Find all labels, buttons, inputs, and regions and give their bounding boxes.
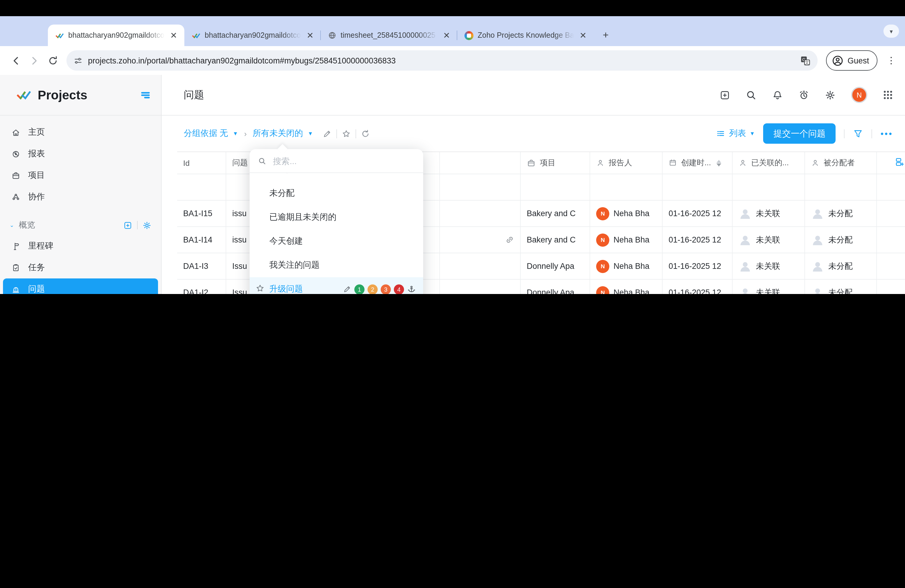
breadcrumb-separator: › — [244, 129, 247, 138]
unassigned-avatar-icon — [811, 207, 824, 220]
caret-down-icon: ▼ — [750, 131, 755, 136]
user-avatar[interactable]: N — [851, 87, 867, 103]
favorite-star-icon[interactable] — [342, 129, 351, 138]
overview-list: 里程碑任务问题工时表 — [0, 235, 161, 294]
severity-badge[interactable]: 4 — [394, 284, 404, 294]
severity-badge[interactable]: 3 — [381, 284, 391, 294]
table-header-cell[interactable] — [440, 152, 521, 174]
issue-project[interactable]: Donnelly Apa — [521, 253, 590, 279]
issue-id[interactable]: DA1-I2 — [177, 280, 226, 294]
table-header-cell[interactable] — [877, 152, 905, 174]
dropdown-view-item[interactable]: 已逾期且未关闭的 — [249, 205, 423, 229]
table-header-cell[interactable]: Id — [177, 152, 226, 174]
sidebar-item-tasks[interactable]: 任务 — [3, 257, 158, 278]
table-header-cell[interactable]: 被分配者 — [805, 152, 877, 174]
address-bar[interactable]: projects.zoho.in/portal/bhattacharyan902… — [67, 50, 818, 71]
site-settings-icon[interactable] — [74, 56, 83, 65]
refresh-icon[interactable] — [361, 129, 370, 138]
issue-assignee[interactable]: 未分配 — [805, 200, 877, 226]
dropdown-view-item[interactable]: 今天创建 — [249, 229, 423, 253]
group-by-button[interactable]: 分组依据 无 — [184, 128, 228, 139]
sidebar-nav-reports[interactable]: 报表 — [3, 143, 158, 165]
more-options-icon[interactable]: ••• — [881, 129, 893, 138]
forward-icon[interactable] — [29, 56, 40, 65]
dropdown-view-item[interactable]: 未分配 — [249, 181, 423, 205]
browser-tab[interactable]: timesheet_25845100000025 ✕ — [321, 25, 457, 46]
tab-close-icon[interactable]: ✕ — [442, 30, 451, 40]
notifications-bell-icon[interactable] — [772, 89, 783, 100]
issue-project[interactable]: Bakery and C — [521, 227, 590, 253]
issue-reporter[interactable]: NNeha Bha — [590, 227, 663, 253]
tab-close-icon[interactable]: ✕ — [306, 30, 315, 40]
add-view-icon[interactable] — [123, 221, 132, 230]
sort-icon[interactable] — [716, 160, 721, 166]
new-tab-button[interactable]: + — [597, 27, 614, 44]
overview-section-header[interactable]: ⌄ 概览 — [0, 215, 161, 235]
star-icon[interactable] — [256, 284, 265, 294]
issue-reporter[interactable]: NNeha Bha — [590, 200, 663, 226]
search-icon[interactable] — [746, 89, 757, 100]
sidebar-collapse-icon[interactable] — [140, 89, 151, 101]
issue-linked[interactable]: 未关联 — [733, 280, 805, 294]
tab-close-icon[interactable]: ✕ — [578, 30, 588, 40]
macos-top-bar — [0, 0, 905, 16]
browser-tab[interactable]: bhattacharyan902gmaildotco ✕ — [184, 25, 321, 46]
list-view-icon — [716, 129, 726, 138]
browser-tab[interactable]: Zoho Projects Knowledge Bas ✕ — [457, 25, 594, 46]
table-header-cell[interactable]: 报告人 — [590, 152, 663, 174]
issue-reporter[interactable]: NNeha Bha — [590, 253, 663, 279]
issue-project[interactable]: Bakery and C — [521, 200, 590, 226]
collab-icon — [11, 192, 21, 202]
severity-badge[interactable]: 1 — [354, 284, 365, 294]
page-title: 问题 — [184, 88, 719, 102]
column-briefcase-icon — [527, 158, 536, 167]
issue-project[interactable]: Donnelly Apa — [521, 280, 590, 294]
issue-assignee[interactable]: 未分配 — [805, 227, 877, 253]
reload-icon[interactable] — [48, 56, 58, 65]
table-header-cell[interactable]: 创建时... — [663, 152, 733, 174]
customize-columns-icon[interactable] — [895, 157, 905, 169]
timer-icon[interactable] — [799, 89, 809, 100]
sidebar-nav-home[interactable]: 主页 — [3, 122, 158, 143]
issue-linked[interactable]: 未关联 — [733, 253, 805, 279]
dropdown-view-item[interactable]: 我关注的问题 — [249, 253, 423, 277]
back-icon[interactable] — [11, 56, 21, 65]
column-label: 已关联的... — [751, 157, 789, 168]
issue-linked[interactable]: 未关联 — [733, 227, 805, 253]
tab-close-icon[interactable]: ✕ — [169, 30, 178, 40]
sidebar-nav-briefcase[interactable]: 项目 — [3, 165, 158, 186]
issue-assignee[interactable]: 未分配 — [805, 280, 877, 294]
table-header-cell[interactable]: 已关联的... — [733, 152, 805, 174]
browser-menu-icon[interactable]: ⋮ — [886, 55, 897, 66]
translate-icon[interactable]: G文 — [800, 56, 810, 65]
reporter-avatar: N — [596, 286, 609, 294]
zoho-projects-logo-icon — [16, 87, 32, 103]
browser-profile-button[interactable]: Guest — [826, 50, 878, 71]
quick-add-icon[interactable] — [719, 89, 730, 100]
tab-search-button[interactable]: ▾ — [883, 25, 899, 38]
issue-id[interactable]: DA1-I3 — [177, 253, 226, 279]
dropdown-search-input[interactable] — [272, 156, 415, 166]
browser-tab[interactable]: bhattacharyan902gmaildotco ✕ — [48, 25, 184, 46]
issue-reporter[interactable]: NNeha Bha — [590, 280, 663, 294]
sidebar-nav-collab[interactable]: 协作 — [3, 186, 158, 208]
settings-gear-icon[interactable] — [825, 89, 835, 100]
sidebar-item-milestone[interactable]: 里程碑 — [3, 235, 158, 257]
filter-funnel-icon[interactable] — [853, 129, 864, 138]
dropdown-view-item[interactable]: 升级问题 1234 — [249, 277, 423, 294]
sidebar-item-alarm[interactable]: 问题 — [3, 278, 158, 294]
issue-linked[interactable]: 未关联 — [733, 200, 805, 226]
dropdown-search[interactable] — [249, 149, 423, 173]
issue-id[interactable]: BA1-I14 — [177, 227, 226, 253]
view-selector-button[interactable]: 所有未关闭的 — [252, 128, 303, 139]
severity-badge[interactable]: 2 — [367, 284, 378, 294]
apps-grid-icon[interactable] — [883, 90, 893, 100]
edit-view-pencil-icon[interactable] — [322, 129, 332, 138]
table-header-cell[interactable]: 项目 — [521, 152, 590, 174]
dropdown-view-item[interactable]: 我关闭的 — [249, 173, 423, 181]
view-mode-selector[interactable]: 列表 ▼ — [716, 128, 755, 139]
issue-id[interactable]: BA1-I15 — [177, 200, 226, 226]
gear-icon[interactable] — [143, 221, 151, 230]
issue-assignee[interactable]: 未分配 — [805, 253, 877, 279]
submit-issue-button[interactable]: 提交一个问题 — [764, 123, 836, 144]
